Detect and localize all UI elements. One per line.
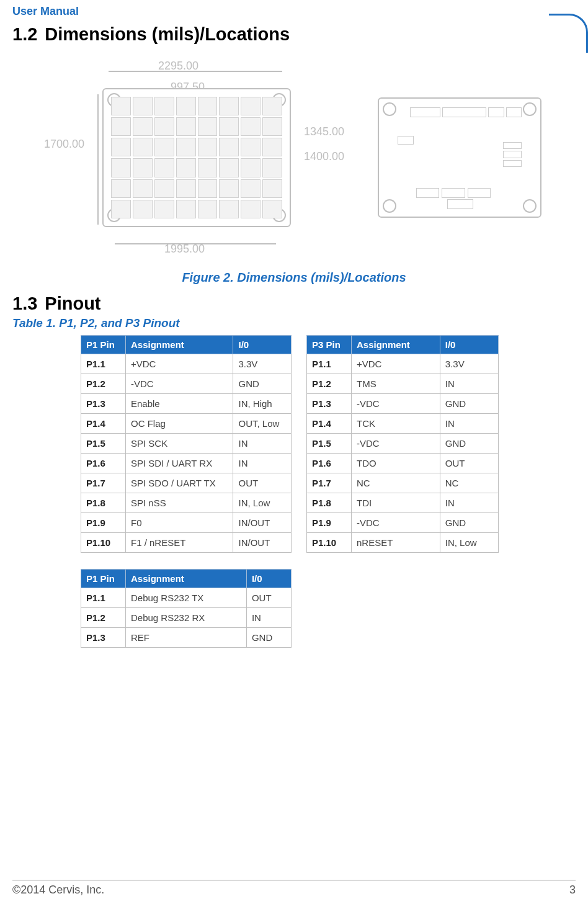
table-cell: -VDC	[352, 513, 440, 533]
table-cell: OUT, Low	[233, 414, 292, 434]
table-cell: P1.7	[81, 473, 126, 493]
table-cell: TDO	[352, 454, 440, 473]
table-cell: P1.4	[81, 414, 126, 434]
table-cell: -VDC	[126, 374, 233, 394]
table-cell: IN	[233, 434, 292, 454]
table-cell: P1.5	[81, 434, 126, 454]
pcb-right-diagram	[378, 97, 541, 218]
section-1-2-heading: 1.2 Dimensions (mils)/Locations	[12, 24, 576, 45]
table-row: P1.5SPI SCKIN	[81, 434, 292, 454]
table-cell: -VDC	[352, 434, 440, 454]
table-header: P1 Pin	[81, 570, 126, 588]
pcb-left-diagram: 2295.00 997.50 1700.00 1345.00	[47, 63, 341, 252]
figure-2-container: 2295.00 997.50 1700.00 1345.00	[12, 63, 576, 252]
table-cell: GND	[246, 628, 291, 648]
table-header: P3 Pin	[307, 336, 352, 354]
table-cell: OC Flag	[126, 414, 233, 434]
table-cell: IN	[440, 493, 498, 513]
table-cell: IN, Low	[440, 533, 498, 553]
table-header: Assignment	[126, 336, 233, 354]
dim-right-outer: 1400.00	[304, 150, 344, 163]
table-cell: P1.3	[81, 628, 126, 648]
table-row: P1.5-VDCGND	[307, 434, 499, 454]
table-p2: P1 PinAssignmentI/0 P1.1Debug RS232 TXOU…	[81, 569, 292, 648]
table-cell: IN/OUT	[233, 533, 292, 553]
table-cell: P1.6	[81, 454, 126, 473]
table-cell: NC	[352, 473, 440, 493]
table-cell: P1.9	[307, 513, 352, 533]
dim-bottom-width: 1995.00	[164, 243, 205, 256]
table-row: P1.4OC FlagOUT, Low	[81, 414, 292, 434]
table-cell: IN	[233, 454, 292, 473]
table-1-caption: Table 1. P1, P2, and P3 Pinout	[12, 316, 576, 330]
table-row: P1.2Debug RS232 RXIN	[81, 608, 292, 628]
table-header: P1 Pin	[81, 336, 126, 354]
table-cell: GND	[440, 434, 498, 454]
table-header: Assignment	[352, 336, 440, 354]
table-cell: GND	[440, 394, 498, 414]
footer-page-number: 3	[569, 884, 576, 897]
table-row: P1.4TCKIN	[307, 414, 499, 434]
table-row: P1.1+VDC3.3V	[81, 354, 292, 374]
table-cell: TMS	[352, 374, 440, 394]
table-cell: 3.3V	[233, 354, 292, 374]
table-cell: GND	[233, 374, 292, 394]
table-cell: P1.1	[81, 588, 126, 608]
table-row: P1.8SPI nSSIN, Low	[81, 493, 292, 513]
table-cell: IN, High	[233, 394, 292, 414]
table-row: P1.3EnableIN, High	[81, 394, 292, 414]
table-cell: GND	[440, 513, 498, 533]
section-number: 1.3	[12, 293, 37, 314]
doc-header: User Manual	[12, 0, 576, 20]
table-cell: P1.10	[81, 533, 126, 553]
table-cell: TDI	[352, 493, 440, 513]
figure-2-caption: Figure 2. Dimensions (mils)/Locations	[12, 271, 576, 285]
table-cell: P1.2	[307, 374, 352, 394]
table-cell: nRESET	[352, 533, 440, 553]
table-row: P1.10F1 / nRESETIN/OUT	[81, 533, 292, 553]
table-row: P1.7NCNC	[307, 473, 499, 493]
table-cell: SPI nSS	[126, 493, 233, 513]
footer-rule	[12, 880, 576, 880]
table-cell: TCK	[352, 414, 440, 434]
table-cell: F1 / nRESET	[126, 533, 233, 553]
footer-copyright: ©2014 Cervis, Inc.	[12, 884, 104, 897]
table-cell: 3.3V	[440, 354, 498, 374]
table-row: P1.1+VDC3.3V	[307, 354, 499, 374]
table-row: P1.10nRESETIN, Low	[307, 533, 499, 553]
section-1-3-heading: 1.3 Pinout	[12, 293, 576, 314]
table-cell: P1.10	[307, 533, 352, 553]
table-cell: P1.3	[81, 394, 126, 414]
table-header: Assignment	[126, 570, 247, 588]
table-cell: NC	[440, 473, 498, 493]
table-cell: P1.6	[307, 454, 352, 473]
table-cell: +VDC	[352, 354, 440, 374]
table-cell: P1.3	[307, 394, 352, 414]
table-row: P1.1Debug RS232 TXOUT	[81, 588, 292, 608]
table-row: P1.3REFGND	[81, 628, 292, 648]
table-cell: IN	[440, 414, 498, 434]
table-cell: P1.2	[81, 374, 126, 394]
table-cell: P1.4	[307, 414, 352, 434]
table-cell: P1.5	[307, 434, 352, 454]
table-row: P1.7SPI SDO / UART TXOUT	[81, 473, 292, 493]
table-cell: P1.8	[81, 493, 126, 513]
table-header: I/0	[233, 336, 292, 354]
table-cell: P1.1	[81, 354, 126, 374]
table-cell: SPI SCK	[126, 434, 233, 454]
section-title: Pinout	[45, 293, 100, 314]
table-cell: Enable	[126, 394, 233, 414]
table-cell: REF	[126, 628, 247, 648]
table-row: P1.6TDOOUT	[307, 454, 499, 473]
section-number: 1.2	[12, 24, 37, 45]
table-row: P1.2TMSIN	[307, 374, 499, 394]
table-row: P1.2-VDCGND	[81, 374, 292, 394]
table-row: P1.9F0IN/OUT	[81, 513, 292, 533]
dim-left-height: 1700.00	[44, 138, 84, 151]
table-row: P1.9-VDCGND	[307, 513, 499, 533]
table-row: P1.6SPI SDI / UART RXIN	[81, 454, 292, 473]
dim-right-inner: 1345.00	[304, 125, 344, 138]
table-header: I/0	[440, 336, 498, 354]
table-row: P1.3-VDCGND	[307, 394, 499, 414]
table-cell: P1.8	[307, 493, 352, 513]
